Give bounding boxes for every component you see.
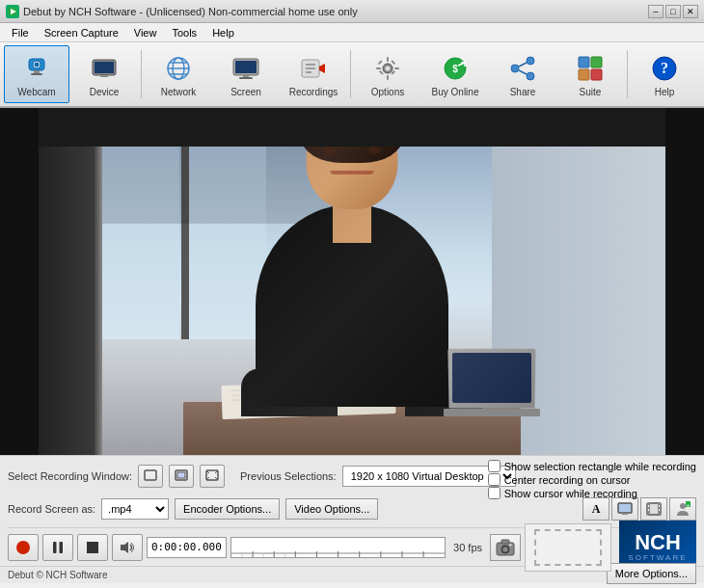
toolbar-btn-suite[interactable]: Suite [557, 45, 623, 103]
region-select-btn[interactable] [169, 465, 194, 488]
svg-rect-43 [591, 57, 602, 67]
fullscreen-select-btn[interactable] [200, 465, 225, 488]
toolbar-separator-1 [141, 50, 142, 98]
show-selection-checkbox-row[interactable]: Show selection rectangle while recording [488, 460, 696, 472]
pause-button[interactable] [42, 534, 73, 561]
svg-rect-32 [391, 60, 395, 65]
svg-rect-17 [243, 75, 249, 77]
toolbar-btn-device[interactable]: Device [71, 45, 137, 103]
playback-row: 0:00:00.000 [8, 527, 696, 562]
show-selection-checkbox[interactable] [488, 460, 501, 472]
svg-rect-18 [239, 77, 253, 79]
app-icon [6, 5, 19, 18]
toolbar-btn-webcam[interactable]: Webcam [4, 45, 69, 103]
menu-view[interactable]: View [126, 25, 165, 40]
previous-selections-label: Previous Selections: [240, 470, 337, 482]
show-cursor-checkbox[interactable] [488, 487, 501, 499]
stop-icon [87, 542, 98, 553]
progress-bar[interactable] [230, 537, 446, 558]
center-recording-checkbox-row[interactable]: Center recording on cursor [488, 473, 696, 486]
show-cursor-label: Show cursor while recording [504, 488, 637, 499]
svg-rect-65 [60, 542, 64, 553]
help-label: Help [655, 87, 675, 97]
toolbar-btn-network[interactable]: Network [146, 45, 211, 103]
svg-rect-84 [509, 544, 512, 547]
center-recording-checkbox[interactable] [488, 473, 501, 486]
options-label: Options [371, 87, 404, 97]
toolbar-btn-share[interactable]: Share [490, 45, 555, 103]
screen-label: Screen [230, 87, 261, 97]
menu-screen-capture[interactable]: Screen Capture [37, 25, 126, 40]
video-area [0, 108, 704, 455]
share-label: Share [510, 87, 536, 97]
svg-line-41 [519, 70, 527, 74]
record-dot-icon [16, 541, 30, 554]
time-display: 0:00:00.000 [147, 537, 227, 558]
thumbnail-preview [525, 523, 611, 572]
menu-help[interactable]: Help [204, 25, 242, 40]
menu-tools[interactable]: Tools [164, 25, 204, 40]
video-options-button[interactable]: Video Options... [285, 498, 378, 520]
svg-rect-5 [34, 70, 40, 73]
share-icon [505, 51, 540, 86]
restore-button[interactable]: □ [665, 5, 681, 18]
minimize-button[interactable]: – [648, 5, 663, 18]
controls-area: Select Recording Window: Previous Select… [0, 455, 704, 566]
recordings-label: Recordings [289, 87, 338, 97]
svg-point-37 [527, 57, 534, 65]
help-icon: ? [647, 51, 682, 86]
snapshot-icon [496, 539, 515, 556]
svg-rect-30 [378, 60, 383, 65]
volume-button[interactable] [112, 534, 143, 561]
person-overlay-btn[interactable]: + [669, 497, 696, 521]
time-value: 0:00:00.000 [151, 541, 222, 553]
toolbar-btn-screen[interactable]: Screen [213, 45, 279, 103]
menu-file[interactable]: File [4, 25, 37, 40]
svg-line-40 [519, 63, 527, 67]
show-cursor-checkbox-row[interactable]: Show cursor while recording [488, 487, 696, 499]
record-button[interactable] [8, 534, 39, 561]
svg-rect-53 [622, 513, 628, 515]
svg-point-25 [386, 67, 391, 71]
film-overlay-btn[interactable] [640, 497, 667, 521]
right-icon-buttons: A + [582, 497, 696, 521]
svg-text:?: ? [661, 60, 668, 76]
format-select[interactable]: .mp4 .avi .wmv [101, 498, 169, 520]
encoder-options-button[interactable]: Encoder Options... [175, 498, 280, 520]
toolbar: Webcam Device Network [0, 42, 704, 108]
svg-rect-57 [648, 505, 649, 507]
video-left-panel [0, 108, 39, 455]
window-select-btn[interactable] [138, 465, 163, 488]
nch-logo-text: NCH [635, 532, 681, 553]
monitor-overlay-btn[interactable] [611, 497, 638, 521]
svg-rect-26 [387, 57, 389, 62]
svg-marker-66 [121, 542, 128, 553]
snapshot-button[interactable] [490, 534, 521, 561]
toolbar-btn-buy-online[interactable]: $ Buy Online [422, 45, 488, 103]
more-options-button[interactable]: More Options... [607, 563, 696, 584]
toolbar-btn-options[interactable]: Options [355, 45, 420, 103]
recordings-icon [296, 51, 331, 86]
nch-logo-subtext: SOFTWARE [628, 553, 687, 562]
toolbar-btn-recordings[interactable]: Recordings [281, 45, 346, 103]
title-bar: Debut by NCH Software - (Unlicensed) Non… [0, 0, 704, 23]
webcam-icon [19, 51, 54, 86]
toolbar-btn-help[interactable]: ? Help [632, 45, 697, 103]
svg-rect-29 [394, 67, 399, 69]
svg-rect-33 [379, 70, 384, 75]
svg-rect-6 [31, 73, 42, 75]
window-title: Debut by NCH Software - (Unlicensed) Non… [23, 6, 358, 17]
svg-point-4 [35, 63, 40, 67]
svg-rect-44 [579, 69, 589, 80]
network-label: Network [161, 87, 197, 97]
svg-rect-58 [648, 509, 649, 511]
svg-rect-48 [145, 470, 156, 480]
svg-rect-52 [618, 503, 632, 513]
text-overlay-btn[interactable]: A [582, 497, 609, 521]
svg-rect-27 [387, 75, 389, 80]
close-button[interactable]: ✕ [683, 5, 698, 18]
options-icon [370, 51, 405, 86]
stop-button[interactable] [77, 534, 108, 561]
svg-rect-28 [376, 67, 381, 69]
svg-point-61 [680, 503, 686, 509]
